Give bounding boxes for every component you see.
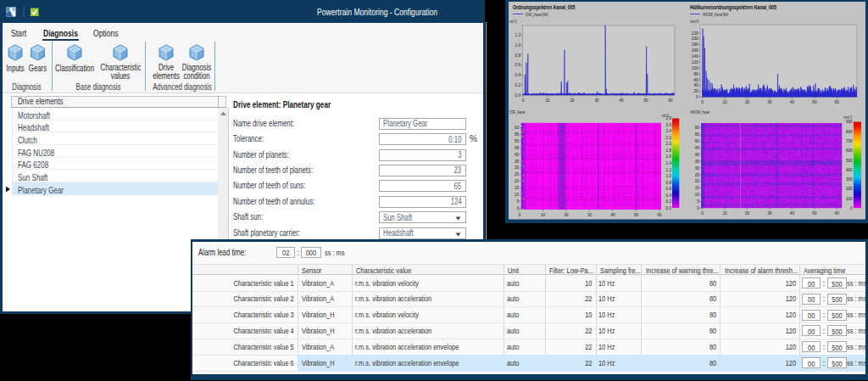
svg-text:20: 20 (570, 98, 575, 103)
svg-text:2.0: 2.0 (666, 142, 672, 146)
svg-text:5: 5 (517, 199, 520, 204)
svg-text:Ordnungsspektren Kanal_005: Ordnungsspektren Kanal_005 (513, 4, 576, 11)
svg-text:40: 40 (610, 213, 615, 217)
svg-text:160: 160 (692, 48, 698, 53)
svg-text:180: 180 (692, 42, 698, 47)
svg-text:2.2: 2.2 (666, 136, 672, 140)
svg-text:30: 30 (594, 98, 599, 103)
svg-text:80: 80 (693, 72, 698, 76)
svg-text:0: 0 (697, 206, 699, 210)
svg-text:55: 55 (515, 132, 520, 137)
svg-text:600: 600 (846, 148, 853, 153)
svg-text:200: 200 (846, 187, 853, 191)
svg-text:60: 60 (695, 126, 700, 130)
svg-text:0: 0 (701, 100, 704, 104)
svg-text:10: 10 (545, 98, 550, 103)
svg-text:20: 20 (693, 89, 698, 93)
svg-text:0.6: 0.6 (515, 63, 521, 67)
svg-text:100: 100 (846, 197, 853, 201)
svg-text:20: 20 (515, 179, 520, 183)
svg-text:0: 0 (696, 95, 698, 99)
svg-text:25: 25 (695, 173, 700, 177)
svg-text:2.8: 2.8 (666, 116, 672, 120)
svg-text:60: 60 (835, 100, 840, 104)
svg-text:1.0: 1.0 (515, 43, 521, 48)
svg-text:35: 35 (515, 160, 520, 164)
svg-text:1.8: 1.8 (666, 148, 672, 153)
svg-text:0: 0 (701, 211, 704, 216)
svg-text:HKOSF_Kanal: HKOSF_Kanal (691, 109, 710, 115)
svg-text:-0.0: -0.0 (665, 206, 671, 210)
svg-text:mm/s^2: mm/s^2 (843, 115, 852, 120)
svg-text:30: 30 (767, 100, 772, 104)
svg-text:30: 30 (767, 211, 772, 216)
svg-text:10: 10 (723, 100, 728, 104)
svg-text:900: 900 (846, 120, 853, 124)
svg-text:Hüllkurvenordnungsspektren Kan: Hüllkurvenordnungsspektren Kanal_005 (690, 4, 776, 11)
svg-text:700: 700 (846, 139, 853, 143)
svg-text:220: 220 (692, 31, 698, 36)
svg-text:HKOSF_Kanal [64]: HKOSF_Kanal [64] (703, 12, 728, 17)
svg-text:OSF_Kanal [64]: OSF_Kanal [64] (526, 12, 548, 17)
svg-text:m/s^2: m/s^2 (509, 19, 517, 24)
svg-text:0.0: 0.0 (515, 93, 521, 98)
svg-text:30: 30 (515, 165, 520, 170)
svg-text:10: 10 (541, 213, 546, 217)
svg-text:300: 300 (846, 177, 853, 182)
svg-text:30: 30 (587, 213, 593, 217)
svg-text:0: 0 (519, 213, 521, 217)
svg-text:50: 50 (812, 211, 817, 216)
svg-text:0.2: 0.2 (666, 199, 672, 204)
svg-text:0.8: 0.8 (666, 181, 672, 185)
svg-text:10: 10 (515, 193, 520, 197)
svg-text:20: 20 (745, 100, 750, 104)
svg-text:5: 5 (697, 199, 699, 204)
svg-text:0.8: 0.8 (515, 53, 521, 58)
svg-text:1.0: 1.0 (666, 174, 672, 178)
svg-text:50: 50 (643, 98, 648, 103)
svg-text:140: 140 (692, 54, 698, 59)
svg-text:1.6: 1.6 (666, 154, 672, 159)
svg-text:45: 45 (515, 146, 520, 150)
svg-text:40: 40 (790, 100, 795, 104)
svg-text:15: 15 (515, 186, 520, 190)
svg-text:2.6: 2.6 (666, 123, 672, 127)
svg-text:1.2: 1.2 (515, 33, 521, 37)
svg-text:40: 40 (790, 211, 795, 216)
svg-text:0: 0 (850, 206, 853, 210)
svg-text:15: 15 (695, 186, 700, 190)
svg-text:0: 0 (522, 98, 525, 103)
svg-text:40: 40 (515, 153, 520, 157)
svg-text:60: 60 (668, 98, 673, 103)
svg-text:35: 35 (695, 160, 700, 164)
svg-text:40: 40 (619, 98, 624, 103)
svg-text:0.6: 0.6 (666, 187, 672, 191)
svg-text:25: 25 (515, 172, 520, 176)
svg-text:10: 10 (695, 193, 700, 197)
svg-text:60: 60 (835, 211, 840, 216)
svg-text:0: 0 (517, 206, 520, 210)
svg-text:200: 200 (692, 36, 698, 41)
svg-text:50: 50 (515, 139, 520, 143)
svg-text:50: 50 (695, 139, 700, 143)
svg-text:1.2: 1.2 (666, 168, 672, 172)
svg-text:60: 60 (515, 126, 520, 130)
svg-text:20: 20 (564, 213, 569, 217)
svg-text:0.4: 0.4 (515, 73, 521, 77)
svg-text:20: 20 (695, 179, 700, 183)
svg-text:40: 40 (695, 153, 700, 157)
svg-text:60: 60 (693, 78, 698, 82)
svg-text:800: 800 (846, 130, 853, 134)
svg-text:50: 50 (812, 100, 817, 104)
svg-text:120: 120 (692, 60, 698, 64)
svg-text:2.4: 2.4 (666, 129, 672, 133)
svg-text:60: 60 (657, 213, 662, 217)
svg-text:mm/s^2: mm/s^2 (690, 19, 699, 24)
svg-text:30: 30 (695, 166, 700, 171)
svg-text:500: 500 (846, 159, 853, 163)
svg-text:0.4: 0.4 (666, 193, 672, 198)
svg-text:20: 20 (745, 211, 750, 216)
svg-text:1.4: 1.4 (666, 161, 672, 165)
svg-text:400: 400 (846, 168, 853, 172)
svg-text:10: 10 (723, 211, 728, 216)
